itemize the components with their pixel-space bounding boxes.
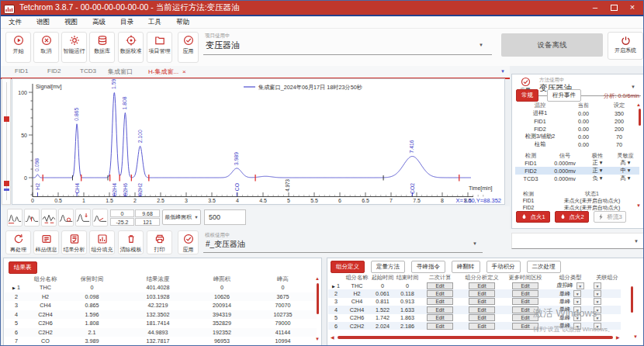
scroll-down-icon[interactable]: ▼ xyxy=(315,337,320,341)
dropdown-button[interactable]: ▼ xyxy=(594,323,601,330)
results-tab[interactable]: 结果表 xyxy=(9,261,37,274)
y-axis-range-slider[interactable] xyxy=(2,78,11,205)
slider-handle-bottom[interactable] xyxy=(4,181,9,186)
template-combo-value[interactable]: #_变压器油 xyxy=(206,239,245,250)
project-combo-value[interactable]: 变压器油 xyxy=(206,40,240,51)
edit-button[interactable]: Edit xyxy=(512,282,538,289)
min-area-input[interactable] xyxy=(204,209,246,225)
device-offline-button[interactable]: 设备离线 xyxy=(501,33,603,57)
bridge-current-button[interactable]: 桥流3 xyxy=(594,211,626,223)
dropdown-button[interactable]: ▼ xyxy=(573,290,581,297)
toolbar-button-3[interactable]: 智能运行 xyxy=(61,32,87,63)
toolbar-button-5[interactable]: 数据校准 xyxy=(118,32,144,63)
tab-fid2[interactable]: FID2 xyxy=(47,67,61,74)
toolbar-button-2[interactable]: 样品信息 xyxy=(33,230,59,254)
toolbar-button-2[interactable]: 取消 xyxy=(33,32,59,63)
definition-tab-6[interactable]: 二次处理 xyxy=(527,261,561,273)
tab-close-icon[interactable]: × xyxy=(182,68,186,75)
edit-button[interactable]: Edit xyxy=(512,290,538,297)
tab--[interactable]: 集成窗口 xyxy=(108,67,133,76)
edit-button[interactable]: Edit xyxy=(427,314,453,321)
edit-button[interactable]: Edit xyxy=(512,323,538,330)
tab-program-events[interactable]: 程升事件 xyxy=(547,89,581,102)
definition-tab-3[interactable]: 寻峰指令 xyxy=(411,261,445,273)
edit-button[interactable]: Edit xyxy=(512,298,538,305)
ignite-button-2[interactable]: 点火2 xyxy=(555,211,589,223)
peak-overlap-icon[interactable] xyxy=(24,209,40,227)
peak-tangent-icon[interactable] xyxy=(58,209,74,227)
dropdown-button[interactable]: ▼ xyxy=(594,298,601,305)
dropdown-button[interactable]: ▼ xyxy=(594,290,601,297)
dropdown-button[interactable]: ▼ xyxy=(594,282,601,289)
toolbar-button-3[interactable]: 结果分析 xyxy=(61,230,87,254)
edit-button[interactable]: Edit xyxy=(512,314,538,321)
apply-button[interactable]: 应用 xyxy=(178,230,199,254)
menu-item[interactable]: 谱图 xyxy=(36,18,50,27)
dropdown-button[interactable]: ▼ xyxy=(573,323,581,330)
edit-button[interactable]: Edit xyxy=(427,323,453,330)
dropdown-button[interactable]: ▼ xyxy=(576,282,584,289)
peak-valley-icon[interactable] xyxy=(41,209,57,227)
dropdown-button[interactable]: ▼ xyxy=(594,314,601,321)
peak-skim-icon[interactable] xyxy=(92,209,108,227)
toolbar-button-1[interactable]: 开始 xyxy=(5,32,31,63)
dropdown-button[interactable]: ▼ xyxy=(573,306,581,313)
dropdown-button[interactable]: ▼ xyxy=(573,314,581,321)
edit-button[interactable]: Edit xyxy=(469,323,495,330)
tab-active-integration-window[interactable]: H-集成窗...× xyxy=(148,67,186,76)
scroll-right-icon[interactable]: ▶ xyxy=(616,335,620,340)
results-vscroll-thumb[interactable] xyxy=(317,283,319,314)
toolbar-button-6[interactable]: 打印 xyxy=(147,230,172,254)
scroll-left-icon[interactable]: ◀ xyxy=(331,335,334,340)
menu-item[interactable]: 文件 xyxy=(9,18,22,27)
toolbar-button-6[interactable]: 项目管理 xyxy=(147,32,172,63)
chevron-down-icon[interactable]: ▼ xyxy=(631,85,635,89)
definition-hscroll-thumb[interactable] xyxy=(338,336,613,339)
dropdown-button[interactable]: ▼ xyxy=(594,306,601,313)
chevron-down-icon[interactable]: ▼ xyxy=(473,241,477,246)
edit-button[interactable]: Edit xyxy=(469,282,495,289)
edit-button[interactable]: Edit xyxy=(427,290,453,297)
scroll-up-icon[interactable]: ▲ xyxy=(315,276,320,281)
edit-button[interactable]: Edit xyxy=(427,306,453,313)
method-extra-dropdown[interactable]: ▼ xyxy=(511,233,644,249)
menu-item[interactable]: 工具 xyxy=(148,18,161,27)
chevron-down-icon[interactable]: ▼ xyxy=(479,43,483,47)
edit-button[interactable]: Edit xyxy=(469,298,495,305)
definition-vscroll-thumb[interactable] xyxy=(631,286,633,313)
toolbar-button-5[interactable]: 清除模板 xyxy=(118,230,144,254)
method-vscroll-thumb[interactable] xyxy=(639,109,641,126)
edit-button[interactable]: Edit xyxy=(469,306,495,313)
edit-button[interactable]: Edit xyxy=(512,306,538,313)
tab-tcd3[interactable]: TCD3 xyxy=(80,67,96,74)
menu-item[interactable]: 高级 xyxy=(92,18,106,27)
scroll-up-icon[interactable]: ▲ xyxy=(636,102,641,107)
toolbar-button-1[interactable]: 再处理 xyxy=(5,230,31,254)
definition-tab-5[interactable]: 手动积分 xyxy=(486,261,521,273)
apply-button[interactable]: 应用 xyxy=(178,32,199,63)
ignite-button-1[interactable]: 点火1 xyxy=(516,211,550,223)
menu-item[interactable]: 帮助 xyxy=(176,18,189,27)
edit-button[interactable]: Edit xyxy=(469,314,495,321)
minimize-button[interactable]: – xyxy=(586,1,604,15)
tab-overflow-icon[interactable]: ▼ xyxy=(500,69,505,74)
peak-drop-icon[interactable] xyxy=(75,209,91,227)
slider-handle-top[interactable] xyxy=(4,116,9,122)
tab-fid1[interactable]: FID1 xyxy=(15,67,28,74)
edit-button[interactable]: Edit xyxy=(469,290,495,297)
edit-button[interactable]: Edit xyxy=(427,282,453,289)
definition-tab-4[interactable]: 峰翻转 xyxy=(452,261,480,273)
menu-item[interactable]: 视图 xyxy=(64,18,78,27)
maximize-button[interactable] xyxy=(604,1,623,15)
tab-general[interactable]: 常规 xyxy=(516,89,538,102)
toolbar-button-4[interactable]: 数据库 xyxy=(89,32,115,63)
dropdown-button[interactable]: ▼ xyxy=(573,298,581,305)
power-button[interactable]: 开启系统 xyxy=(608,32,643,60)
definition-tab-1[interactable]: 组分定义 xyxy=(331,261,365,273)
edit-button[interactable]: Edit xyxy=(427,298,453,305)
chromatogram-plot[interactable]: 05010000.511.522.533.544.555.566.577.588… xyxy=(12,79,504,204)
definition-tab-2[interactable]: 定量方法 xyxy=(371,261,405,273)
min-area-dropdown[interactable]: 最低峰面积▼ xyxy=(162,209,201,225)
toolbar-button-4[interactable]: 组分填充 xyxy=(89,230,115,254)
scroll-down-icon[interactable]: ▼ xyxy=(633,334,638,339)
